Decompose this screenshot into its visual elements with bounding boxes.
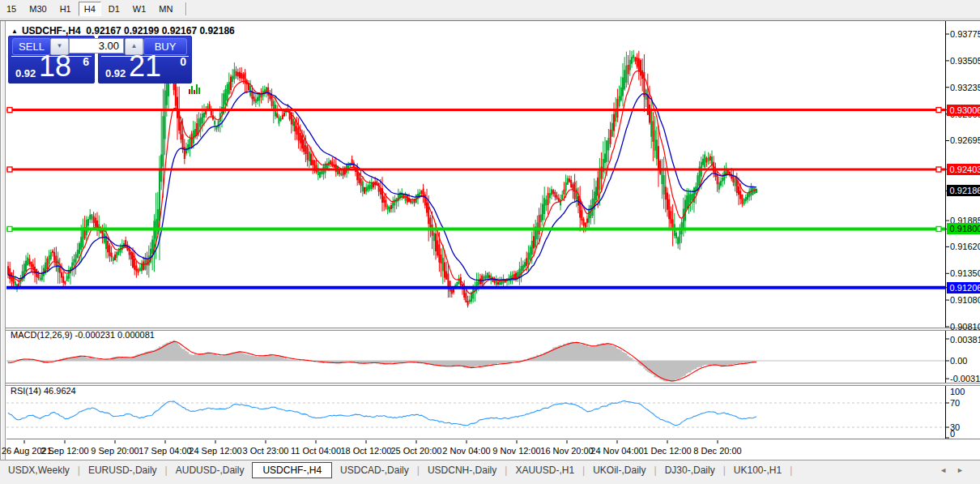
collapse-triangle-icon[interactable]: ▲ <box>11 28 18 35</box>
lot-decrease-button[interactable]: ▼ <box>50 38 69 55</box>
macd-values: -0.000231 0.000081 <box>75 330 154 340</box>
time-axis-label: 9 Nov 12:00 <box>492 446 540 456</box>
panel-splitter[interactable] <box>6 383 980 386</box>
rsi-name: RSI(14) <box>11 386 41 396</box>
time-axis-label: 8 Dec 20:00 <box>693 446 741 456</box>
sell-price-pip: 6 <box>83 55 89 68</box>
price-axis-tick: 0.93235 <box>950 83 980 92</box>
time-axis-label: 9 Sep 20:00 <box>91 446 138 456</box>
price-level-label[interactable]: 0.91206 <box>947 282 980 293</box>
tab-dj30-daily[interactable]: DJ30-,Daily <box>657 462 723 478</box>
chart-ohlc-values: 0.92167 0.92199 0.92167 0.92186 <box>86 25 235 36</box>
price-axis-tick: 0.92695 <box>950 135 980 145</box>
rsi-indicator-label: RSI(14) 46.9624 <box>11 386 76 396</box>
price-axis-tick: 0.93505 <box>950 56 980 66</box>
time-axis-label: 11 Oct 04:00 <box>291 446 341 456</box>
axis-frame <box>6 21 980 443</box>
tab-ukoil-daily[interactable]: UKOil-,Daily <box>585 462 654 478</box>
tab-eurusd-daily[interactable]: EURUSD-,Daily <box>80 462 165 478</box>
price-axis-tick: 0.91350 <box>950 268 980 278</box>
chart-tab-bar: USDX,Weekly | EURUSD-,Daily | AUDUSD-,Da… <box>0 460 980 480</box>
time-axis-label: 18 Oct 12:00 <box>341 446 392 456</box>
price-level-label[interactable]: 0.91800 <box>947 223 980 234</box>
rsi-axis-label: 100 <box>950 387 965 396</box>
time-axis-label: 25 Oct 20:00 <box>391 446 442 456</box>
time-axis-label: 24 Nov 04:00 <box>590 446 643 456</box>
rsi-axis-label: 0 <box>950 429 955 439</box>
lot-increase-button[interactable]: ▲ <box>125 38 143 55</box>
macd-indicator-label: MACD(12,26,9) -0.000231 0.000081 <box>11 330 155 340</box>
mt4-window: 15 M30 H1 H4 D1 W1 MN ▲USDCHF-,H4 0.9216… <box>0 0 980 484</box>
time-axis-label: 2 Sep 12:00 <box>40 446 88 456</box>
tab-usdcad-daily[interactable]: USDCAD-,Daily <box>332 462 417 478</box>
time-axis-label: 1 Dec 12:00 <box>643 446 691 456</box>
tab-usdchf-h4[interactable]: USDCHF-,H4 <box>252 462 332 478</box>
sell-price-big: 18 <box>39 52 71 81</box>
time-axis-label: 24 Sep 12:00 <box>189 446 241 456</box>
price-level-label[interactable]: 0.92403 <box>947 164 980 175</box>
sell-price-prefix: 0.92 <box>15 67 36 79</box>
buy-price-big: 21 <box>129 52 161 81</box>
tab-scroll-left-icon[interactable]: ◄ <box>935 466 952 474</box>
buy-price-prefix: 0.92 <box>105 67 126 79</box>
time-axis-label: 17 Sep 04:00 <box>138 446 191 456</box>
buy-price-pip: 0 <box>180 55 186 68</box>
rsi-axis-label: 70 <box>950 398 960 408</box>
macd-axis-label: 0.00 <box>950 356 967 366</box>
tab-usdx-weekly[interactable]: USDX,Weekly <box>0 462 78 478</box>
rsi-panel-layer <box>6 400 945 427</box>
tab-audusd-daily[interactable]: AUDUSD-,Daily <box>168 462 253 478</box>
candles-layer <box>8 50 756 308</box>
tab-separator: | <box>790 465 792 476</box>
tab-xauusd-h1[interactable]: XAUUSD-,H1 <box>507 462 582 478</box>
time-axis-label: 3 Oct 23:00 <box>243 446 289 456</box>
tick-chart-icon <box>189 84 200 94</box>
macd-panel-layer <box>6 341 945 383</box>
tab-scroll-right-icon[interactable]: ► <box>952 466 969 474</box>
time-axis-label: 16 Nov 20:00 <box>540 446 593 456</box>
macd-axis-label: 0.003811 <box>950 335 980 345</box>
price-axis-tick: 0.91080 <box>950 295 980 305</box>
macd-name: MACD(12,26,9) <box>11 330 72 340</box>
time-axis-label: 2 Nov 04:00 <box>442 446 490 456</box>
lot-size-input[interactable] <box>69 38 124 54</box>
price-axis-tick: 0.91620 <box>950 242 980 251</box>
macd-axis-label: -0.003115 <box>950 374 980 383</box>
chart-title: ▲USDCHF-,H4 0.92167 0.92199 0.92167 0.92… <box>11 25 235 36</box>
chart-symbol-period: USDCHF-,H4 <box>22 25 81 36</box>
price-level-label[interactable]: 0.93006 <box>947 105 980 116</box>
tab-uk100-h1[interactable]: UK100-,H1 <box>726 462 790 478</box>
last-price-label: 0.92186 <box>947 185 980 196</box>
price-axis-tick: 0.93775 <box>950 29 980 39</box>
rsi-value: 46.9624 <box>44 386 76 396</box>
tab-usdcnh-daily[interactable]: USDCNH-,Daily <box>420 462 505 478</box>
price-axis-tick: 0.90810 <box>950 322 980 332</box>
